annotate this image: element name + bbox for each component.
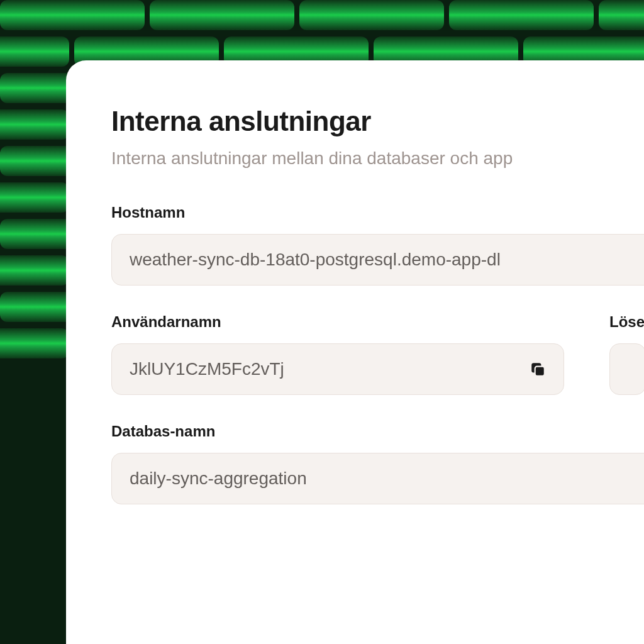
svg-rect-1 <box>535 367 545 376</box>
database-name-input[interactable]: daily-sync-aggregation <box>111 453 644 504</box>
username-input[interactable]: JklUY1CzM5Fc2vTj <box>111 343 564 395</box>
hostname-value: weather-sync-db-18at0-postgresql.demo-ap… <box>130 250 501 270</box>
username-label: Användarnamn <box>111 313 564 331</box>
database-name-field-group: Databas-namn daily-sync-aggregation <box>111 423 644 504</box>
copy-icon[interactable] <box>530 361 546 377</box>
settings-panel: Interna anslutningar Interna anslutninga… <box>66 60 644 644</box>
password-label: Löse <box>609 313 644 331</box>
hostname-label: Hostnamn <box>111 204 644 221</box>
hostname-input[interactable]: weather-sync-db-18at0-postgresql.demo-ap… <box>111 234 644 286</box>
hostname-field-group: Hostnamn weather-sync-db-18at0-postgresq… <box>111 204 644 286</box>
password-input[interactable]: •• <box>609 343 644 395</box>
page-subtitle: Interna anslutningar mellan dina databas… <box>111 148 644 169</box>
username-value: JklUY1CzM5Fc2vTj <box>130 359 284 379</box>
database-name-value: daily-sync-aggregation <box>130 469 307 489</box>
page-title: Interna anslutningar <box>111 106 644 137</box>
database-name-label: Databas-namn <box>111 423 644 440</box>
